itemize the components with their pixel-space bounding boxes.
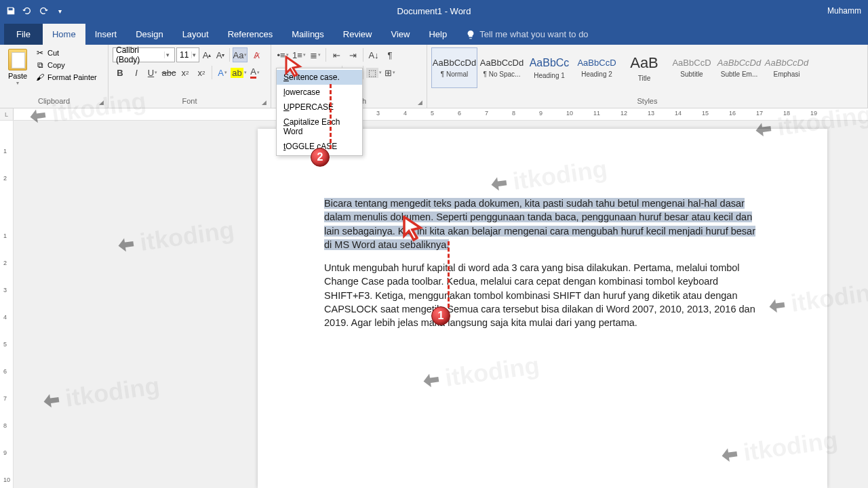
subscript-button[interactable]: x2 [178, 65, 193, 80]
copy-icon: ⧉ [35, 60, 45, 70]
tab-selector[interactable]: L [0, 108, 14, 120]
style-no-spacing[interactable]: AaBbCcDd¶ No Spac... [479, 47, 525, 88]
document-page[interactable]: Bicara tentang mengedit teks pada dokume… [258, 129, 827, 488]
tab-mailings[interactable]: Mailings [282, 24, 334, 45]
sort-button[interactable]: A↓ [366, 47, 381, 62]
styles-group-label: Styles [431, 97, 863, 106]
brush-icon: 🖌 [35, 73, 45, 82]
styles-gallery[interactable]: AaBbCcDd¶ Normal AaBbCcDd¶ No Spac... Aa… [431, 47, 863, 88]
case-uppercase[interactable]: UPPERCASE [277, 100, 362, 115]
document-title: Document1 - Word [397, 6, 471, 16]
cut-button[interactable]: ✂Cut [34, 47, 98, 58]
tell-me-search[interactable]: Tell me what you want to do [456, 24, 597, 45]
clipboard-group-label: Clipboard [4, 97, 104, 106]
clipboard-dialog-launcher[interactable]: ◢ [99, 99, 106, 106]
text-effects-button[interactable]: A▾ [215, 65, 230, 80]
case-toggle[interactable]: tOGGLE cASE [277, 139, 362, 154]
paragraph-dialog-launcher[interactable]: ◢ [418, 99, 425, 106]
style-emphasis[interactable]: AaBbCcDdEmphasi [764, 47, 810, 88]
case-sentence[interactable]: Sentence case. [277, 70, 362, 85]
show-marks-button[interactable]: ¶ [382, 47, 397, 62]
style-heading2[interactable]: AaBbCcDHeading 2 [574, 47, 620, 88]
grow-font-button[interactable]: A▴ [201, 47, 213, 62]
tab-references[interactable]: References [218, 24, 282, 45]
paragraph-2[interactable]: Untuk mengubah huruf kapital di word ada… [324, 261, 761, 329]
bulb-icon [466, 30, 475, 39]
tab-help[interactable]: Help [419, 24, 456, 45]
paste-icon [8, 49, 27, 70]
tab-file[interactable]: File [4, 24, 43, 45]
style-subtitle[interactable]: AaBbCcDSubtitle [669, 47, 715, 88]
style-title[interactable]: AaBTitle [621, 47, 667, 88]
tab-home[interactable]: Home [43, 24, 85, 45]
decrease-indent-button[interactable]: ⇤ [329, 47, 344, 62]
borders-button[interactable]: ⊞▾ [382, 65, 397, 80]
strikethrough-button[interactable]: abc [161, 65, 176, 80]
undo-icon[interactable] [22, 5, 33, 16]
font-size-combo[interactable]: 11▾ [176, 47, 199, 62]
redo-icon[interactable] [38, 5, 49, 16]
italic-button[interactable]: I [129, 65, 144, 80]
tab-layout[interactable]: Layout [173, 24, 218, 45]
shrink-font-button[interactable]: A▾ [214, 47, 226, 62]
highlight-button[interactable]: ab▾ [231, 65, 246, 80]
qat-customize-icon[interactable]: ▾ [54, 5, 65, 16]
shading-button[interactable]: ⬚▾ [366, 65, 381, 80]
change-case-button[interactable]: Aa▾ [233, 47, 248, 62]
style-subtle-emphasis[interactable]: AaBbCcDdSubtle Em... [716, 47, 762, 88]
font-dialog-launcher[interactable]: ◢ [262, 99, 269, 106]
style-normal[interactable]: AaBbCcDd¶ Normal [431, 47, 477, 88]
ribbon-tabs: File Home Insert Design Layout Reference… [0, 22, 868, 45]
format-painter-button[interactable]: 🖌Format Painter [34, 72, 98, 83]
tell-me-label: Tell me what you want to do [479, 29, 588, 39]
tab-insert[interactable]: Insert [85, 24, 127, 45]
tab-review[interactable]: Review [334, 24, 382, 45]
user-name: Muhamm [827, 6, 861, 16]
copy-button[interactable]: ⧉Copy [34, 60, 98, 70]
numbering-button[interactable]: 1≡▾ [292, 47, 307, 62]
quick-access-toolbar: ▾ [0, 5, 65, 16]
bold-button[interactable]: B [113, 65, 127, 80]
style-heading1[interactable]: AaBbCcHeading 1 [526, 47, 572, 88]
change-case-menu: Sentence case. lowercase UPPERCASE Capit… [276, 68, 363, 156]
tab-view[interactable]: View [381, 24, 419, 45]
cut-icon: ✂ [35, 48, 45, 58]
font-group-label: Font [113, 97, 267, 106]
paste-label: Paste [8, 72, 27, 80]
group-clipboard: Paste ▾ ✂Cut ⧉Copy 🖌Format Painter Clipb… [0, 45, 108, 108]
paragraph-1[interactable]: Bicara tentang mengedit teks pada dokume… [324, 197, 761, 251]
ribbon: Paste ▾ ✂Cut ⧉Copy 🖌Format Painter Clipb… [0, 45, 868, 108]
superscript-button[interactable]: x2 [194, 65, 209, 80]
tab-design[interactable]: Design [126, 24, 172, 45]
title-bar: ▾ Document1 - Word Muhamm [0, 0, 868, 22]
bullets-button[interactable]: •≡▾ [275, 47, 290, 62]
case-lowercase[interactable]: lowercase [277, 85, 362, 100]
increase-indent-button[interactable]: ⇥ [345, 47, 360, 62]
case-capitalize[interactable]: Capitalize Each Word [277, 115, 362, 139]
paste-button[interactable]: Paste ▾ [4, 47, 31, 86]
save-icon[interactable] [5, 5, 16, 16]
underline-button[interactable]: U▾ [145, 65, 160, 80]
multilevel-button[interactable]: ≣▾ [308, 47, 323, 62]
ruler: L 12345678910111213141516171819 [0, 108, 868, 121]
vertical-ruler[interactable]: 1212345678910 [0, 121, 14, 488]
group-font: Calibri (Body)▾ 11▾ A▴ A▾ Aa▾ A̷ B I U▾ … [108, 45, 271, 108]
group-styles: AaBbCcDd¶ Normal AaBbCcDd¶ No Spac... Aa… [427, 45, 868, 108]
font-color-button[interactable]: A▾ [248, 65, 262, 80]
font-name-combo[interactable]: Calibri (Body)▾ [113, 47, 175, 62]
clear-formatting-button[interactable]: A̷ [249, 47, 264, 62]
workspace: 1212345678910 Bicara tentang mengedit te… [0, 121, 868, 488]
